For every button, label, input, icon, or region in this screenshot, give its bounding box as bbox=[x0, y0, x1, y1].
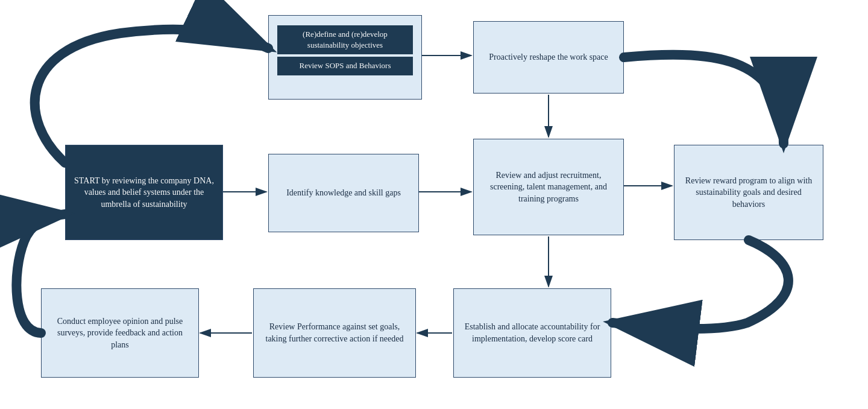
conduct-label: Conduct employee opinion and pulse surve… bbox=[50, 315, 190, 351]
identify-label: Identify knowledge and skill gaps bbox=[286, 187, 401, 199]
review-adjust-box: Review and adjust recruitment, screening… bbox=[473, 139, 624, 235]
establish-box: Establish and allocate accountability fo… bbox=[453, 288, 611, 378]
start-label: START by reviewing the company DNA, valu… bbox=[74, 175, 214, 211]
proactively-label: Proactively reshape the work space bbox=[489, 51, 608, 63]
establish-label: Establish and allocate accountability fo… bbox=[462, 321, 602, 344]
review-perf-box: Review Performance against set goals, ta… bbox=[253, 288, 416, 378]
redefine-inner2: Review SOPS and Behaviors bbox=[277, 57, 413, 75]
redefine-box: (Re)define and (re)develop sustainabilit… bbox=[268, 15, 422, 100]
start-box: START by reviewing the company DNA, valu… bbox=[65, 145, 223, 240]
diagram-container: (Re)define and (re)develop sustainabilit… bbox=[0, 0, 868, 409]
redefine-inner1: (Re)define and (re)develop sustainabilit… bbox=[277, 25, 413, 54]
proactively-box: Proactively reshape the work space bbox=[473, 21, 624, 94]
reward-box: Review reward program to align with sust… bbox=[674, 145, 823, 240]
identify-box: Identify knowledge and skill gaps bbox=[268, 154, 419, 232]
review-perf-label: Review Performance against set goals, ta… bbox=[262, 321, 407, 344]
conduct-box: Conduct employee opinion and pulse surve… bbox=[41, 288, 199, 378]
reward-label: Review reward program to align with sust… bbox=[683, 175, 814, 211]
review-adjust-label: Review and adjust recruitment, screening… bbox=[482, 170, 615, 205]
